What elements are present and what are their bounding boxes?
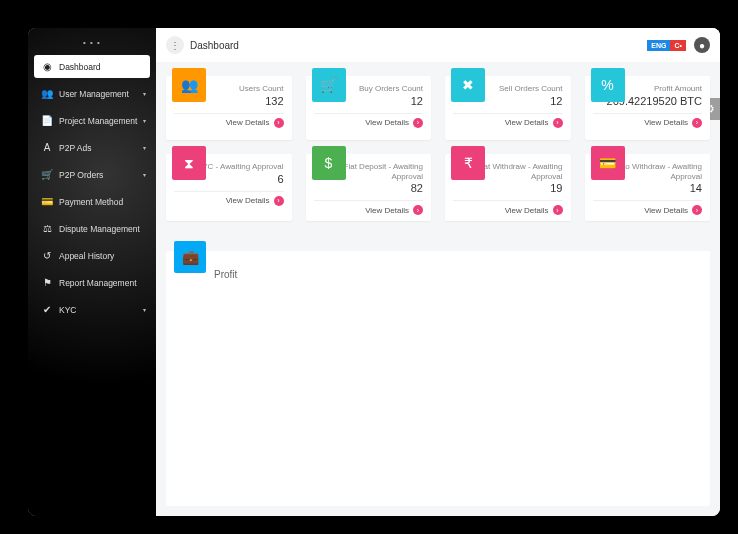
chevron-down-icon: ▾ [143, 144, 146, 151]
arrow-right-icon: › [553, 118, 563, 128]
view-details-link[interactable]: View Details [644, 118, 688, 127]
sidebar-item-report-management[interactable]: ⚑Report Management [34, 271, 150, 294]
sidebar-item-label: Project Management [59, 116, 137, 126]
stat-card: 💳Crypto Withdraw - Awaiting Approval14Vi… [585, 154, 711, 221]
sidebar-item-label: P2P Orders [59, 170, 103, 180]
stat-card: ✖Sell Orders Count12View Details› [445, 76, 571, 140]
user-avatar[interactable]: ● [694, 37, 710, 53]
profit-panel: 💼 Profit [166, 251, 710, 506]
dispute-management-icon: ⚖ [40, 223, 54, 234]
profit-tile: 💼 [174, 241, 206, 273]
sidebar-item-label: Report Management [59, 278, 137, 288]
sidebar-item-label: Dashboard [59, 62, 101, 72]
stat-card-tile: 👥 [172, 68, 206, 102]
appeal-history-icon: ↺ [40, 250, 54, 261]
sidebar-item-dispute-management[interactable]: ⚖Dispute Management [34, 217, 150, 240]
stat-card: 🛒Buy Orders Count12View Details› [306, 76, 432, 140]
stat-card-icon: % [601, 77, 613, 93]
project-management-icon: 📄 [40, 115, 54, 126]
stat-card-tile: % [591, 68, 625, 102]
app-frame: • • • ◉Dashboard👥User Management▾📄Projec… [28, 28, 720, 516]
p2p-ads-icon: A [40, 142, 54, 153]
view-details-link[interactable]: View Details [644, 206, 688, 215]
arrow-right-icon: › [413, 205, 423, 215]
sidebar-item-p2p-ads[interactable]: AP2P Ads▾ [34, 136, 150, 159]
lang-eng-button[interactable]: ENG [647, 40, 670, 51]
kyc-icon: ✔ [40, 304, 54, 315]
profit-title: Profit [214, 269, 700, 280]
view-details-link[interactable]: View Details [505, 118, 549, 127]
topbar: ⋮ Dashboard ENG C• ● [156, 28, 720, 62]
brand-logo: • • • [28, 28, 156, 55]
stat-card-icon: ⧗ [184, 155, 194, 172]
report-management-icon: ⚑ [40, 277, 54, 288]
sidebar-item-user-management[interactable]: 👥User Management▾ [34, 82, 150, 105]
chevron-down-icon: ▾ [143, 171, 146, 178]
main-area: ⋮ Dashboard ENG C• ● ⚙ 👥Users Count132Vi… [156, 28, 720, 516]
sidebar-item-kyc[interactable]: ✔KYC▾ [34, 298, 150, 321]
stat-card-icon: 🛒 [320, 77, 337, 93]
stat-card-value: 14 [593, 182, 703, 194]
stat-card-tile: ⧗ [172, 146, 206, 180]
sidebar-nav: ◉Dashboard👥User Management▾📄Project Mana… [28, 55, 156, 321]
stat-card-icon: 💳 [599, 155, 616, 171]
arrow-right-icon: › [274, 196, 284, 206]
sidebar-item-dashboard[interactable]: ◉Dashboard [34, 55, 150, 78]
sidebar-item-label: Appeal History [59, 251, 114, 261]
arrow-right-icon: › [274, 118, 284, 128]
chevron-down-icon: ▾ [143, 306, 146, 313]
view-details-link[interactable]: View Details [365, 206, 409, 215]
stat-card: ⧗KYC - Awaiting Approval6View Details› [166, 154, 292, 221]
stat-card-icon: $ [325, 155, 333, 171]
breadcrumb: Dashboard [190, 40, 239, 51]
dashboard-icon: ◉ [40, 61, 54, 72]
chevron-down-icon: ▾ [143, 90, 146, 97]
stat-card: %Profit Amount269.42219520 BTCView Detai… [585, 76, 711, 140]
sidebar-item-label: KYC [59, 305, 76, 315]
sidebar-item-p2p-orders[interactable]: 🛒P2P Orders▾ [34, 163, 150, 186]
sidebar-item-project-management[interactable]: 📄Project Management▾ [34, 109, 150, 132]
sidebar-item-payment-method[interactable]: 💳Payment Method [34, 190, 150, 213]
sidebar-item-label: User Management [59, 89, 129, 99]
chevron-down-icon: ▾ [143, 117, 146, 124]
stat-card-icon: ✖ [462, 77, 474, 93]
stat-card-tile: 💳 [591, 146, 625, 180]
stat-card-icon: ₹ [464, 155, 473, 171]
person-icon: ● [699, 40, 705, 51]
stat-card-icon: 👥 [181, 77, 198, 93]
stat-card-value: 82 [314, 182, 424, 194]
stat-card-tile: $ [312, 146, 346, 180]
sidebar-item-appeal-history[interactable]: ↺Appeal History [34, 244, 150, 267]
language-switch: ENG C• [647, 40, 686, 51]
sidebar: • • • ◉Dashboard👥User Management▾📄Projec… [28, 28, 156, 516]
stat-card: 👥Users Count132View Details› [166, 76, 292, 140]
stats-cards-grid: 👥Users Count132View Details›🛒Buy Orders … [156, 62, 720, 227]
p2p-orders-icon: 🛒 [40, 169, 54, 180]
arrow-right-icon: › [692, 205, 702, 215]
stat-card: $Fiat Deposit - Awaiting Approval82View … [306, 154, 432, 221]
sidebar-item-label: P2P Ads [59, 143, 91, 153]
more-button[interactable]: ⋮ [166, 36, 184, 54]
payment-method-icon: 💳 [40, 196, 54, 207]
view-details-link[interactable]: View Details [505, 206, 549, 215]
stat-card-value: 19 [453, 182, 563, 194]
stat-card-tile: ₹ [451, 146, 485, 180]
stat-card-tile: ✖ [451, 68, 485, 102]
briefcase-icon: 💼 [182, 249, 199, 265]
view-details-link[interactable]: View Details [226, 196, 270, 205]
arrow-right-icon: › [553, 205, 563, 215]
lang-alt-button[interactable]: C• [670, 40, 686, 51]
view-details-link[interactable]: View Details [365, 118, 409, 127]
view-details-link[interactable]: View Details [226, 118, 270, 127]
stat-card-tile: 🛒 [312, 68, 346, 102]
arrow-right-icon: › [413, 118, 423, 128]
arrow-right-icon: › [692, 118, 702, 128]
sidebar-item-label: Payment Method [59, 197, 123, 207]
stat-card: ₹Fiat Withdraw - Awaiting Approval19View… [445, 154, 571, 221]
user-management-icon: 👥 [40, 88, 54, 99]
sidebar-item-label: Dispute Management [59, 224, 140, 234]
